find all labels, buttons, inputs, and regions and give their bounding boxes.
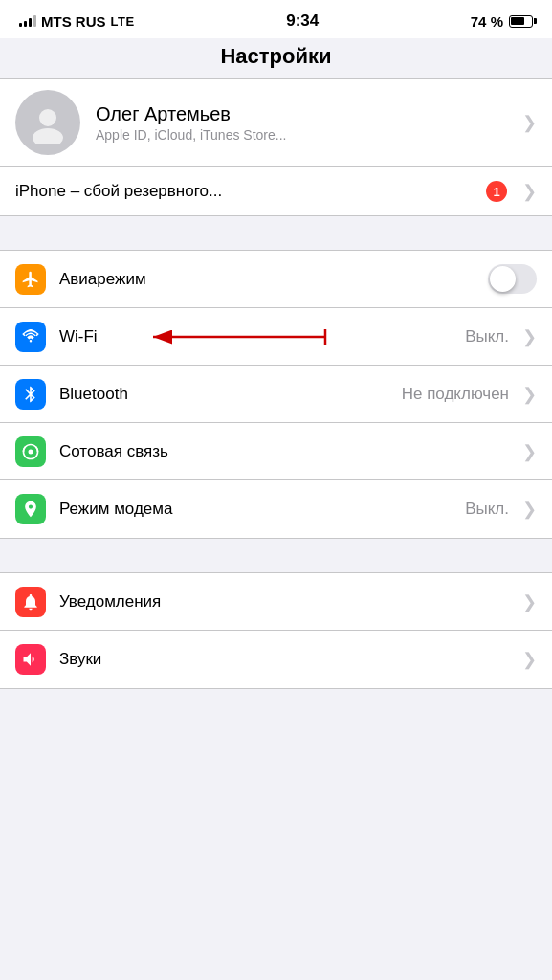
setting-row-cellular[interactable]: Сотовая связь ❯: [0, 423, 552, 480]
airplane-icon: [15, 264, 46, 295]
bluetooth-value: Не подключен: [402, 385, 509, 404]
backup-badge: 1: [486, 181, 507, 202]
status-right: 74 %: [471, 13, 533, 30]
battery-icon: [509, 15, 533, 28]
hotspot-value: Выкл.: [465, 500, 509, 519]
wifi-value: Выкл.: [465, 327, 509, 346]
svg-point-1: [33, 128, 63, 144]
setting-row-sounds[interactable]: Звуки ❯: [0, 631, 552, 688]
sounds-chevron: ❯: [522, 649, 537, 670]
notifications-label: Уведомления: [59, 592, 515, 612]
bluetooth-label: Bluetooth: [59, 385, 402, 404]
setting-row-notifications[interactable]: Уведомления ❯: [0, 573, 552, 631]
spacer-2: [0, 539, 552, 572]
signal-icon: [19, 15, 36, 27]
sounds-icon: [15, 644, 46, 675]
notifications-icon: [15, 587, 46, 617]
notification-settings-group: Уведомления ❯ Звуки ❯: [0, 572, 552, 689]
notifications-chevron: ❯: [522, 591, 537, 612]
cellular-chevron: ❯: [522, 441, 537, 462]
iphone-chevron: ❯: [522, 181, 537, 202]
cellular-icon: [15, 436, 46, 467]
profile-subtitle: Apple ID, iCloud, iTunes Store...: [96, 127, 515, 143]
wifi-icon: [15, 322, 46, 352]
hotspot-chevron: ❯: [522, 499, 537, 520]
iphone-backup-section: iPhone – сбой резервного... 1 ❯: [0, 167, 552, 216]
hotspot-label: Режим модема: [59, 500, 465, 519]
profile-info: Олег Артемьев Apple ID, iCloud, iTunes S…: [96, 103, 515, 143]
cellular-label: Сотовая связь: [59, 442, 515, 461]
profile-name: Олег Артемьев: [96, 103, 515, 125]
bluetooth-chevron: ❯: [522, 384, 537, 405]
spacer-1: [0, 216, 552, 250]
network-label: LTE: [111, 14, 135, 29]
wifi-chevron: ❯: [522, 326, 537, 347]
setting-row-airplane[interactable]: Авиарежим: [0, 251, 552, 308]
wifi-label: Wi-Fi: [59, 327, 465, 346]
airplane-toggle[interactable]: [488, 264, 537, 294]
setting-row-bluetooth[interactable]: Bluetooth Не подключен ❯: [0, 366, 552, 423]
time-label: 9:34: [286, 11, 319, 31]
svg-point-5: [29, 449, 33, 454]
battery-percent: 74 %: [471, 13, 503, 30]
page-title: Настройки: [0, 44, 552, 69]
profile-section: Олег Артемьев Apple ID, iCloud, iTunes S…: [0, 78, 552, 167]
iphone-backup-row[interactable]: iPhone – сбой резервного... 1 ❯: [0, 167, 552, 215]
carrier-label: MTS RUS: [41, 13, 106, 30]
setting-row-hotspot[interactable]: Режим модема Выкл. ❯: [0, 480, 552, 538]
setting-row-wifi[interactable]: Wi-Fi Выкл. ❯: [0, 308, 552, 366]
status-left: MTS RUS LTE: [19, 13, 135, 30]
sounds-label: Звуки: [59, 650, 515, 669]
iphone-backup-label: iPhone – сбой резервного...: [15, 182, 486, 201]
nav-title-area: Настройки: [0, 38, 552, 78]
network-settings-group: Авиарежим Wi-Fi Выкл. ❯: [0, 250, 552, 539]
hotspot-icon: [15, 494, 46, 524]
status-bar: MTS RUS LTE 9:34 74 %: [0, 0, 552, 38]
airplane-label: Авиарежим: [59, 270, 488, 289]
avatar: [15, 90, 80, 155]
profile-chevron: ❯: [522, 112, 537, 133]
profile-row[interactable]: Олег Артемьев Apple ID, iCloud, iTunes S…: [0, 79, 552, 166]
bluetooth-icon: [15, 379, 46, 410]
svg-point-0: [39, 109, 56, 126]
